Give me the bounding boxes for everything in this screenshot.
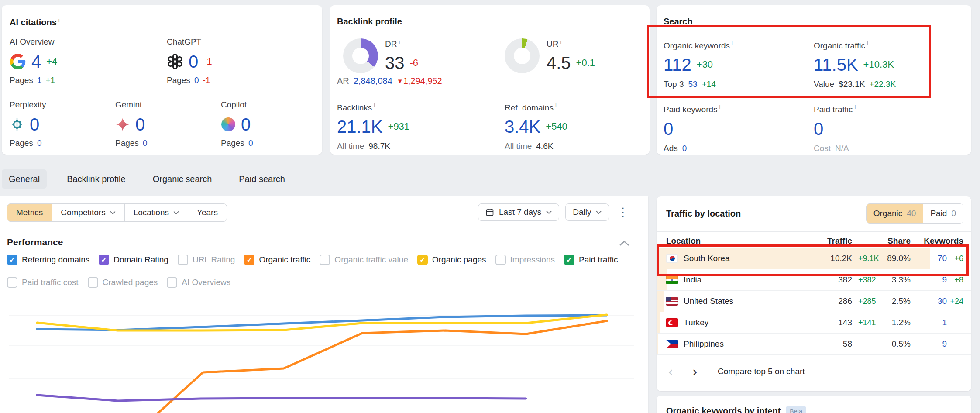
ar-value[interactable]: 2,848,084	[354, 76, 392, 86]
keywords-value[interactable]: 1	[911, 318, 947, 327]
keywords-value[interactable]: 30	[911, 296, 947, 306]
metric-checkbox-referring-domains[interactable]: ✓Referring domains	[7, 255, 89, 265]
segment-competitors[interactable]: Competitors	[52, 204, 124, 221]
location-row-us[interactable]: United States286+2852.5%30+24	[657, 291, 971, 312]
tab-organic-search[interactable]: Organic search	[146, 169, 219, 189]
checkbox-icon	[88, 277, 98, 288]
metric-checkbox-crawled-pages[interactable]: Crawled pages	[88, 277, 158, 288]
next-page-chevron-icon[interactable]: ›	[692, 364, 698, 380]
keywords-delta: +6	[947, 254, 963, 263]
previous-page-chevron-icon[interactable]: ‹	[668, 364, 673, 380]
metric-checkbox-domain-rating[interactable]: ✓Domain Rating	[99, 255, 168, 265]
search-card: Search Organic keywordsi112+30Top 353+14…	[657, 5, 971, 155]
search-metric-value[interactable]: 112	[664, 56, 691, 73]
info-icon[interactable]: i	[555, 102, 557, 109]
search-metric-value[interactable]: 11.5K	[814, 56, 858, 73]
ai-citations-value[interactable]: 0	[189, 53, 198, 70]
share-value: 2.5%	[884, 296, 911, 306]
location-row-tr[interactable]: Turkey143+1411.2%1	[657, 312, 971, 334]
pages-value[interactable]: 0	[37, 138, 42, 148]
compare-top5-link[interactable]: Compare top 5 on chart	[718, 367, 805, 376]
organic-paid-toggle: Organic40Paid0	[866, 203, 963, 224]
backlinks-value[interactable]: 21.1K	[337, 118, 383, 135]
search-metric-subrow: CostN/A	[814, 144, 896, 153]
search-metric-value[interactable]: 0	[814, 120, 823, 138]
ai-citations-value[interactable]: 0	[241, 116, 251, 133]
info-icon[interactable]: i	[719, 104, 721, 110]
granularity-button[interactable]: Daily	[565, 203, 609, 221]
collapse-chevron-icon[interactable]	[619, 240, 629, 248]
ref-domains-value[interactable]: 3.4K	[505, 118, 540, 135]
search-metric-value[interactable]: 0	[664, 120, 673, 138]
metric-checkbox-impressions[interactable]: Impressions	[495, 255, 555, 265]
url-rating-block: URi 4.5+0.1	[505, 38, 595, 73]
backlinks-delta: +931	[388, 121, 410, 132]
search-metric-label: Paid keywordsi	[664, 104, 814, 114]
date-range-button[interactable]: Last 7 days	[478, 203, 559, 221]
toggle-paid[interactable]: Paid0	[923, 204, 963, 223]
location-name-cell: United States	[666, 296, 797, 306]
segment-years[interactable]: Years	[188, 204, 227, 221]
toggle-organic[interactable]: Organic40	[867, 204, 923, 223]
segment-metrics[interactable]: Metrics	[7, 204, 52, 221]
metric-checkbox-ai-overviews[interactable]: AI Overviews	[167, 277, 230, 288]
copilot-icon	[221, 117, 235, 131]
metric-checkbox-url-rating[interactable]: URL Rating	[178, 255, 235, 265]
sub-part[interactable]: 53	[688, 79, 697, 89]
backlink-profile-title: Backlink profile	[337, 17, 641, 27]
checkbox-icon	[178, 255, 188, 265]
tab-backlink-profile[interactable]: Backlink profile	[60, 169, 133, 189]
keywords-value[interactable]: 70	[911, 254, 947, 263]
info-icon[interactable]: i	[867, 40, 868, 47]
ai-value-row: 0	[115, 116, 221, 133]
info-icon[interactable]: i	[399, 38, 400, 45]
metric-checkbox-paid-traffic-cost[interactable]: Paid traffic cost	[7, 277, 79, 288]
location-row-ph[interactable]: Philippines580.5%9	[657, 334, 971, 355]
info-icon[interactable]: i	[732, 40, 733, 47]
ai-citations-row-2: Perplexity0Pages0Gemini0Pages0Copilot0Pa…	[10, 100, 313, 148]
metric-checkbox-paid-traffic[interactable]: ✓Paid traffic	[564, 255, 618, 265]
checkbox-icon: ✓	[417, 255, 428, 265]
keywords-value[interactable]: 9	[911, 339, 947, 349]
perplexity-icon	[10, 118, 24, 131]
segment-label: Metrics	[16, 204, 43, 221]
location-table-header: LocationTrafficShareKeywords	[666, 234, 963, 248]
tab-paid-search[interactable]: Paid search	[232, 169, 292, 189]
icon-wrap	[221, 117, 236, 132]
segment-locations[interactable]: Locations	[124, 204, 188, 221]
tab-general[interactable]: General	[2, 169, 47, 189]
ai-citations-value[interactable]: 4	[31, 53, 41, 70]
info-icon[interactable]: i	[374, 102, 375, 109]
location-row-kr[interactable]: South Korea10.2K+9.1K89.0%70+6	[657, 248, 971, 269]
ai-citations-value[interactable]: 0	[135, 116, 145, 133]
sub-part[interactable]: 0	[682, 144, 687, 153]
info-icon[interactable]: i	[58, 17, 60, 23]
pages-value[interactable]: 0	[194, 76, 199, 85]
pages-value[interactable]: 1	[37, 76, 42, 85]
traffic-by-location-title: Traffic by location	[666, 209, 741, 219]
info-icon[interactable]: i	[560, 38, 561, 45]
ai-pages-row: Pages0	[10, 138, 115, 148]
ai-value-row: 0	[221, 116, 313, 133]
info-icon[interactable]: i	[854, 104, 856, 110]
share-value: 89.0%	[884, 254, 911, 263]
metric-checkbox-organic-pages[interactable]: ✓Organic pages	[417, 255, 486, 265]
ai-source-label: AI Overview	[10, 37, 167, 47]
pages-value[interactable]: 0	[143, 138, 148, 148]
traffic-value: 382	[797, 275, 852, 285]
location-row-in[interactable]: India382+3823.3%9+8	[657, 269, 971, 291]
search-metric-delta: +10.3K	[863, 59, 894, 70]
metric-checkbox-organic-traffic-value[interactable]: Organic traffic value	[320, 255, 408, 265]
pages-delta: -1	[203, 76, 210, 85]
ar-drop: ▼1,294,952	[397, 76, 442, 86]
share-value: 1.2%	[884, 318, 911, 327]
sub-part: Top 3	[664, 79, 684, 89]
checkbox-label: Organic traffic	[259, 255, 310, 265]
more-options-kebab-icon[interactable]: ⋮	[616, 203, 629, 221]
date-controls: Last 7 days Daily	[478, 203, 609, 221]
pages-value[interactable]: 0	[248, 138, 253, 148]
ai-citations-value[interactable]: 0	[30, 116, 39, 133]
metric-checkbox-organic-traffic[interactable]: ✓Organic traffic	[244, 255, 310, 265]
segment-label: Locations	[134, 204, 169, 221]
keywords-value[interactable]: 9	[911, 275, 947, 285]
